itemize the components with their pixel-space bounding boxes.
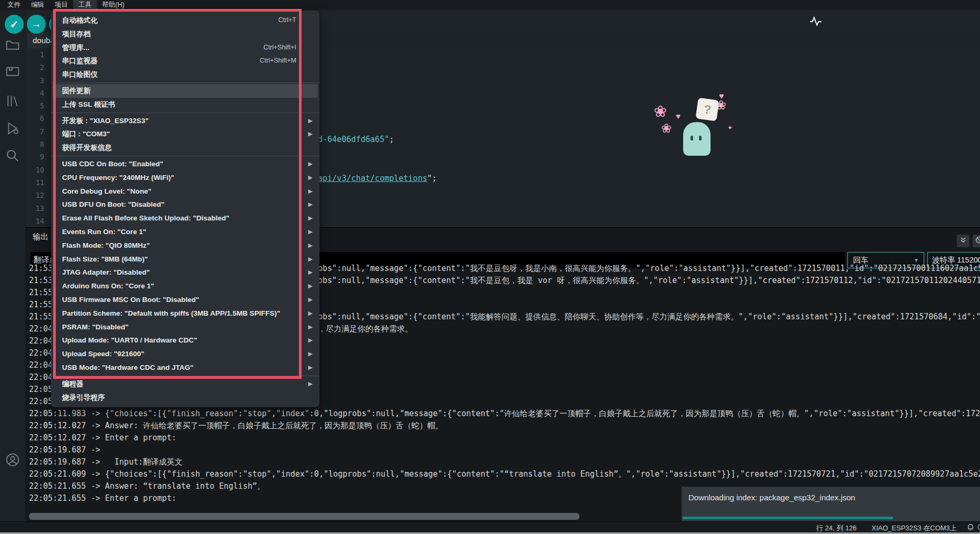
- submenu-arrow-icon: ▶: [308, 185, 313, 198]
- submenu-arrow-icon: ▶: [308, 127, 313, 141]
- notification-text: Downloading index: package_esp32_index.j…: [688, 493, 855, 502]
- menu-item[interactable]: 项目存档: [51, 27, 319, 41]
- menu-item[interactable]: JTAG Adapter: "Disabled"▶: [51, 266, 319, 279]
- menu-item-label: 开发板 : "XIAO_ESP32S3": [62, 114, 148, 128]
- circle-slash-icon: [975, 236, 980, 246]
- menu-item-label: Partition Scheme: "Default with spiffs (…: [62, 307, 280, 320]
- menu-item-label: 串口监视器: [62, 54, 98, 68]
- serial-timestamp-fragment: 21:53: [29, 275, 53, 287]
- menu-item[interactable]: Partition Scheme: "Default with spiffs (…: [51, 307, 319, 320]
- submenu-arrow-icon: ▶: [308, 377, 313, 391]
- tab-output[interactable]: 输出: [33, 232, 48, 242]
- menu-item[interactable]: Arduino Runs On: "Core 1"▶: [51, 279, 319, 293]
- menu-item[interactable]: 开发板 : "XIAO_ESP32S3"▶: [51, 114, 319, 128]
- menu-item[interactable]: 烧录引导程序: [51, 391, 319, 405]
- menu-item[interactable]: PSRAM: "Disabled"▶: [51, 320, 319, 334]
- bell-icon[interactable]: [966, 523, 975, 533]
- menubar-item-3[interactable]: 工具: [73, 0, 97, 11]
- menu-item[interactable]: USB DFU On Boot: "Disabled"▶: [51, 198, 319, 211]
- menu-item[interactable]: Upload Mode: "UART0 / Hardware CDC"▶: [51, 334, 319, 347]
- board-port-status[interactable]: XIAO_ESP32S3 在COM3上: [872, 523, 957, 533]
- line-number: 4: [26, 87, 44, 99]
- sparkle-icon: ✦: [727, 124, 733, 132]
- decorative-sticker: ❀ ❀ ♥ ♥ ❀ ? ✦: [648, 90, 738, 162]
- submenu-arrow-icon: ▶: [308, 293, 313, 307]
- menu-item-label: USB DFU On Boot: "Disabled": [62, 198, 164, 211]
- menubar-item-2[interactable]: 项目: [49, 0, 73, 11]
- verify-button[interactable]: ✓: [5, 15, 24, 34]
- sketchbook-folder-icon[interactable]: [5, 37, 21, 53]
- submenu-arrow-icon: ▶: [308, 157, 313, 171]
- collapse-panel-button[interactable]: [957, 235, 969, 247]
- serial-line-text: 22:05:21.655 -> Enter a prompt:: [29, 492, 176, 505]
- menu-item[interactable]: 端口 : "COM3"▶: [51, 127, 319, 141]
- submenu-arrow-icon: ▶: [308, 307, 313, 320]
- library-manager-icon[interactable]: [5, 93, 21, 109]
- serial-timestamp-fragment: 22:05:: [29, 384, 53, 396]
- menu-item-label: Erase All Flash Before Sketch Upload: "D…: [62, 211, 229, 225]
- menu-item[interactable]: USB Mode: "Hardware CDC and JTAG"▶: [51, 361, 319, 375]
- serial-timestamp-fragment: 22:04: [29, 323, 53, 335]
- menu-item[interactable]: 自动格式化Ctrl+T: [51, 14, 319, 27]
- activity-bar: [0, 10, 25, 534]
- menu-item-label: 上传 SSL 根证书: [62, 98, 115, 112]
- serial-timestamp-fragment: 22:04: [29, 359, 53, 371]
- menu-separator: [51, 156, 319, 156]
- search-icon[interactable]: [5, 148, 21, 164]
- serial-plotter-pulse-icon[interactable]: [809, 14, 823, 28]
- line-number: 2: [26, 61, 44, 74]
- horizontal-scrollbar[interactable]: [29, 513, 579, 520]
- menu-item[interactable]: 获得开发板信息: [51, 141, 319, 155]
- serial-line-fragment: obs":null,"message":{"content":"我不是豆包呀，我…: [318, 263, 980, 275]
- menu-item-shortcut: Ctrl+T: [278, 14, 296, 27]
- line-number: 14: [26, 215, 44, 227]
- menu-item-label: 烧录引导程序: [62, 391, 105, 405]
- account-icon[interactable]: [5, 452, 21, 468]
- menu-item[interactable]: Erase All Flash Before Sketch Upload: "D…: [51, 211, 319, 225]
- submenu-arrow-icon: ▶: [308, 253, 313, 266]
- serial-timestamp-fragment: 22:05:: [29, 396, 53, 408]
- tools-menu-popup: 自动格式化Ctrl+T项目存档管理库...Ctrl+Shift+I串口监视器Ct…: [51, 11, 319, 407]
- debug-icon[interactable]: [5, 120, 21, 136]
- line-number: 3: [26, 74, 44, 87]
- menu-item[interactable]: USB CDC On Boot: "Enabled"▶: [51, 157, 319, 171]
- menu-item[interactable]: Events Run On: "Core 1"▶: [51, 225, 319, 239]
- menu-item[interactable]: Flash Mode: "QIO 80MHz"▶: [51, 239, 319, 253]
- menubar-item-0[interactable]: 文件: [2, 0, 26, 11]
- menubar-item-4[interactable]: 帮助(H): [97, 0, 129, 11]
- menu-item[interactable]: USB Firmware MSC On Boot: "Disabled"▶: [51, 293, 319, 307]
- menu-item[interactable]: 串口绘图仪: [51, 68, 319, 82]
- upload-button[interactable]: →: [27, 15, 46, 34]
- serial-line-text: 22:05:19.687 ->: [29, 444, 105, 456]
- menubar-item-1[interactable]: 编辑: [26, 0, 49, 11]
- menu-item[interactable]: Core Debug Level: "None"▶: [51, 185, 319, 198]
- menu-item[interactable]: 串口监视器Ctrl+Shift+M: [51, 54, 319, 68]
- menu-item[interactable]: Flash Size: "8MB (64Mb)"▶: [51, 253, 319, 266]
- boards-manager-icon[interactable]: [5, 64, 21, 79]
- flower-icon: ❀: [661, 121, 672, 136]
- menu-item-label: 管理库...: [62, 41, 89, 55]
- serial-timestamp-fragment: 21:53: [29, 263, 53, 275]
- menu-item-shortcut: Ctrl+Shift+I: [263, 41, 296, 55]
- menu-item[interactable]: 上传 SSL 根证书: [51, 98, 319, 112]
- menu-item-label: Upload Speed: "921600": [62, 347, 144, 361]
- menu-item[interactable]: 编程器▶: [51, 377, 319, 391]
- serial-line-fragment: ，尽力满足你的各种需求。: [318, 323, 413, 335]
- clear-output-button[interactable]: [973, 235, 980, 247]
- line-number: 6: [26, 112, 44, 125]
- menu-item[interactable]: Upload Speed: "921600"▶: [51, 347, 319, 361]
- menu-item[interactable]: 管理库...Ctrl+Shift+I: [51, 41, 319, 55]
- menu-item-label: Flash Size: "8MB (64Mb)": [62, 253, 148, 266]
- menubar: 文件编辑项目工具帮助(H): [0, 0, 980, 10]
- serial-line-text: 22:05:12.027 -> Answer: 许仙给老婆买了一顶帽子，白娘子戴…: [29, 420, 443, 432]
- menu-item[interactable]: CPU Frequency: "240MHz (WiFi)"▶: [51, 171, 319, 185]
- menu-item-label: USB Mode: "Hardware CDC and JTAG": [62, 361, 194, 375]
- download-notification: Downloading index: package_esp32_index.j…: [682, 487, 980, 523]
- line-number: 9: [26, 150, 44, 163]
- submenu-arrow-icon: ▶: [308, 320, 313, 334]
- menu-item-label: USB Firmware MSC On Boot: "Disabled": [62, 293, 199, 307]
- serial-timestamp-fragment: 22:04: [29, 347, 53, 359]
- menu-item[interactable]: 固件更新: [53, 84, 318, 98]
- serial-timestamp-fragment: 22:04:: [29, 371, 53, 384]
- menu-item-shortcut: Ctrl+Shift+M: [260, 54, 296, 68]
